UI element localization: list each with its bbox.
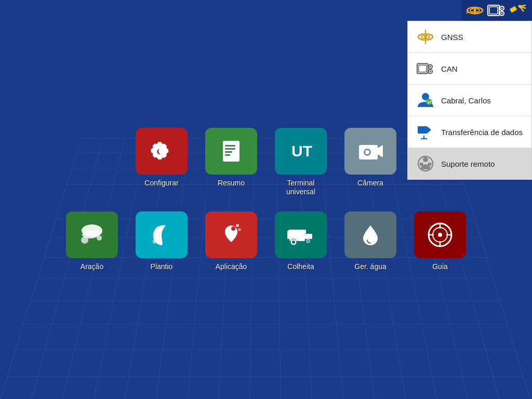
svg-rect-6 [489, 7, 498, 14]
app-colheita[interactable]: Colheita [272, 211, 329, 271]
svg-point-54 [157, 237, 160, 241]
app-aracao[interactable]: Aração [63, 211, 121, 271]
app-row-1: Configurar Resumo UT Termin [133, 128, 399, 196]
svg-point-37 [423, 157, 428, 162]
svg-point-53 [153, 241, 156, 244]
svg-point-27 [430, 71, 431, 72]
svg-point-17 [518, 5, 521, 8]
guia-icon [414, 211, 466, 258]
svg-rect-32 [418, 126, 427, 134]
camera-icon [344, 128, 396, 175]
svg-rect-42 [225, 148, 235, 150]
dropdown-item-gnss[interactable]: GNSS [408, 21, 531, 53]
dropdown-menu: GNSS CAN Cabral, [407, 21, 532, 180]
aplicacao-icon [205, 211, 257, 258]
svg-point-3 [474, 9, 476, 12]
can-icon [416, 59, 435, 78]
svg-point-10 [501, 13, 503, 15]
svg-point-65 [307, 240, 309, 242]
colheita-icon [275, 211, 327, 258]
app-aplicacao[interactable]: Aplicação [203, 211, 260, 271]
svg-text:UT: UT [291, 142, 312, 159]
aplicacao-label: Aplicação [216, 262, 247, 271]
can-status-icon[interactable] [487, 3, 506, 18]
camera-label: Câmera [357, 179, 383, 188]
dropdown-item-transfer[interactable]: Transferência de dados [408, 116, 531, 148]
guia-label: Guia [432, 262, 448, 271]
svg-marker-33 [427, 126, 431, 134]
app-gerAgua[interactable]: Ger. água [342, 211, 399, 271]
aracao-icon [66, 211, 118, 258]
configurar-icon [136, 128, 188, 175]
svg-point-8 [501, 8, 503, 9]
transfer-icon [416, 123, 435, 141]
app-configurar[interactable]: Configurar [133, 128, 190, 188]
svg-point-25 [430, 66, 431, 68]
svg-rect-23 [419, 65, 427, 72]
app-row-2: Aração Plantio [63, 211, 469, 271]
svg-point-31 [426, 99, 432, 105]
svg-point-51 [81, 236, 88, 244]
svg-point-38 [420, 163, 423, 166]
svg-point-49 [365, 150, 369, 154]
dropdown-item-support[interactable]: Suporte remoto [408, 148, 531, 179]
svg-point-58 [235, 232, 237, 234]
gnss-icon [416, 28, 435, 46]
app-camera[interactable]: Câmera [342, 128, 399, 188]
svg-rect-44 [225, 154, 230, 156]
antenna-status-icon[interactable] [509, 3, 528, 18]
app-resumo[interactable]: Resumo [203, 128, 260, 188]
aracao-label: Aração [81, 262, 103, 271]
app-plantio[interactable]: Plantio [133, 211, 190, 271]
app-guia[interactable]: Guia [411, 211, 469, 271]
app-terminal[interactable]: UT Terminal universal [272, 128, 329, 196]
user-icon [416, 91, 435, 110]
gnss-status-icon[interactable] [466, 3, 484, 18]
configurar-label: Configurar [144, 179, 178, 188]
terminal-icon: UT [275, 128, 327, 175]
resumo-label: Resumo [218, 179, 245, 188]
colheita-label: Colheita [287, 262, 314, 271]
terminal-label: Terminal universal [272, 179, 329, 196]
plantio-label: Plantio [151, 262, 173, 271]
gnss-label: GNSS [441, 33, 463, 42]
resumo-icon [205, 128, 257, 175]
transfer-label: Transferência de dados [441, 128, 523, 137]
dropdown-item-user[interactable]: Cabral, Carlos [408, 85, 531, 116]
plantio-icon [136, 211, 188, 258]
top-status-bar [461, 0, 532, 21]
svg-rect-61 [305, 234, 312, 239]
svg-rect-60 [288, 230, 306, 234]
svg-point-55 [231, 227, 235, 231]
svg-point-63 [292, 241, 295, 244]
svg-point-21 [424, 36, 427, 38]
svg-point-52 [97, 235, 102, 241]
svg-rect-43 [225, 151, 232, 153]
can-label: CAN [441, 64, 458, 73]
svg-point-39 [428, 163, 432, 166]
support-label: Suporte remoto [441, 159, 495, 168]
user-label: Cabral, Carlos [441, 96, 491, 105]
svg-rect-66 [287, 231, 290, 239]
svg-point-69 [438, 233, 442, 237]
svg-point-56 [236, 224, 239, 227]
gerAgua-icon [344, 211, 396, 258]
dropdown-item-can[interactable]: CAN [408, 53, 531, 85]
svg-rect-13 [510, 6, 517, 13]
support-icon [416, 154, 435, 173]
svg-point-57 [238, 229, 241, 231]
gerAgua-label: Ger. água [354, 262, 387, 271]
svg-rect-41 [225, 145, 235, 147]
svg-marker-47 [378, 145, 383, 157]
